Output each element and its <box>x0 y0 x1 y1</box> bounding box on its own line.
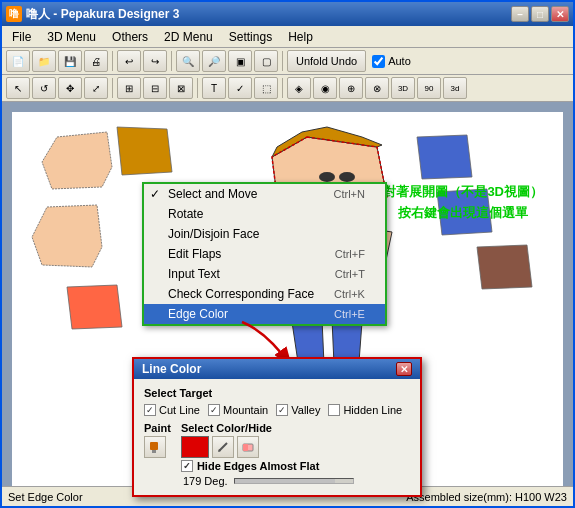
menu-2d[interactable]: 2D Menu <box>156 27 221 47</box>
mountain-check-group: Mountain <box>208 404 268 416</box>
menu-bar: File 3D Menu Others 2D Menu Settings Hel… <box>2 26 573 48</box>
toolbar-rotate[interactable]: ↺ <box>32 77 56 99</box>
toolbar-print[interactable]: 🖨 <box>84 50 108 72</box>
ctx-input-text[interactable]: Input Text Ctrl+T <box>144 264 385 284</box>
dialog-close-button[interactable]: ✕ <box>396 362 412 376</box>
ctx-edit-flaps[interactable]: Edit Flaps Ctrl+F <box>144 244 385 264</box>
select-color-hide-label: Select Color/Hide <box>181 422 410 434</box>
svg-marker-17 <box>477 245 532 289</box>
minimize-button[interactable]: – <box>511 6 529 22</box>
deg-label: 179 Deg. <box>183 475 228 487</box>
menu-3d[interactable]: 3D Menu <box>39 27 104 47</box>
select-target-label: Select Target <box>144 387 410 399</box>
toolbar-extra2[interactable]: ◉ <box>313 77 337 99</box>
toolbar-3d-view[interactable]: 3D <box>391 77 415 99</box>
toolbar-zoom-out[interactable]: 🔎 <box>202 50 226 72</box>
toolbar-extra4[interactable]: ⊗ <box>365 77 389 99</box>
ctx-edge-color-shortcut: Ctrl+E <box>334 308 365 320</box>
paint-icon-row <box>144 436 171 458</box>
cut-line-label: Cut Line <box>159 404 200 416</box>
line-color-dialog: Line Color ✕ Select Target Cut Line Moun… <box>132 357 422 497</box>
valley-checkbox[interactable] <box>276 404 288 416</box>
paint-section: Paint <box>144 422 171 458</box>
auto-label: Auto <box>388 55 411 67</box>
toolbar-sep3 <box>282 51 283 71</box>
flat-slider[interactable] <box>234 478 354 484</box>
toolbar-row2: ↖ ↺ ✥ ⤢ ⊞ ⊟ ⊠ T ✓ ⬚ ◈ ◉ ⊕ ⊗ 3D 90 3d <box>2 75 573 102</box>
ctx-select-move-shortcut: Ctrl+N <box>333 188 364 200</box>
toolbar-join[interactable]: ⊞ <box>117 77 141 99</box>
color-section: Select Color/Hide <box>181 422 410 487</box>
ctx-edit-flaps-label: Edit Flaps <box>168 247 221 261</box>
color-swatch[interactable] <box>181 436 209 458</box>
svg-point-3 <box>339 172 355 182</box>
color-tool-row <box>181 436 410 458</box>
ctx-edit-flaps-shortcut: Ctrl+F <box>335 248 365 260</box>
dialog-title-bar: Line Color ✕ <box>134 359 420 379</box>
auto-checkbox-group: Auto <box>372 55 411 68</box>
toolbar-undo[interactable]: ↩ <box>117 50 141 72</box>
toolbar-2d[interactable]: ▢ <box>254 50 278 72</box>
ctx-select-move[interactable]: Select and Move Ctrl+N <box>144 184 385 204</box>
toolbar-disjoin[interactable]: ⊟ <box>143 77 167 99</box>
title-buttons: – □ ✕ <box>511 6 569 22</box>
toolbar-extra1[interactable]: ◈ <box>287 77 311 99</box>
svg-marker-15 <box>417 135 472 179</box>
ctx-check-face[interactable]: Check Corresponding Face Ctrl+K <box>144 284 385 304</box>
toolbar-new[interactable]: 📄 <box>6 50 30 72</box>
window-title: 噜人 - Pepakura Designer 3 <box>26 6 179 23</box>
toolbar-row1: 📄 📁 💾 🖨 ↩ ↪ 🔍 🔎 ▣ ▢ Unfold Undo Auto <box>2 48 573 75</box>
toolbar-3d[interactable]: ▣ <box>228 50 252 72</box>
hidden-line-checkbox[interactable] <box>328 404 340 416</box>
annotation-line1: 對著展開圖（不是3D視圖） <box>383 182 543 203</box>
maximize-button[interactable]: □ <box>531 6 549 22</box>
ctx-join-disjoin[interactable]: Join/Disjoin Face <box>144 224 385 244</box>
ctx-edge-color[interactable]: Edge Color Ctrl+E <box>144 304 385 324</box>
unfold-undo-button[interactable]: Unfold Undo <box>287 50 366 72</box>
menu-settings[interactable]: Settings <box>221 27 280 47</box>
toolbar-scale[interactable]: ⤢ <box>84 77 108 99</box>
checkbox-row: Cut Line Mountain Valley Hidden Line <box>144 404 410 416</box>
hidden-line-label: Hidden Line <box>343 404 402 416</box>
toolbar-check[interactable]: ✓ <box>228 77 252 99</box>
mountain-checkbox[interactable] <box>208 404 220 416</box>
toolbar-open[interactable]: 📁 <box>32 50 56 72</box>
svg-rect-22 <box>152 450 156 453</box>
hide-edges-checkbox[interactable] <box>181 460 193 472</box>
toolbar-sep4 <box>112 78 113 98</box>
svg-rect-21 <box>150 442 158 450</box>
pencil-button[interactable] <box>212 436 234 458</box>
valley-label: Valley <box>291 404 320 416</box>
deg-row: 179 Deg. <box>181 475 410 487</box>
toolbar-text[interactable]: T <box>202 77 226 99</box>
close-button[interactable]: ✕ <box>551 6 569 22</box>
ctx-rotate-label: Rotate <box>168 207 203 221</box>
svg-marker-12 <box>42 132 112 189</box>
toolbar-90[interactable]: 90 <box>417 77 441 99</box>
toolbar-extra3[interactable]: ⊕ <box>339 77 363 99</box>
toolbar-save[interactable]: 💾 <box>58 50 82 72</box>
main-window: 噜 噜人 - Pepakura Designer 3 – □ ✕ File 3D… <box>0 0 575 508</box>
menu-file[interactable]: File <box>4 27 39 47</box>
eraser-button[interactable] <box>237 436 259 458</box>
eraser-icon <box>241 440 255 454</box>
toolbar-sep1 <box>112 51 113 71</box>
status-right: Assembled size(mm): H100 W23 <box>406 491 567 503</box>
svg-line-23 <box>219 443 227 451</box>
auto-checkbox[interactable] <box>372 55 385 68</box>
cut-line-checkbox[interactable] <box>144 404 156 416</box>
paint-brush-button[interactable] <box>144 436 166 458</box>
toolbar-redo[interactable]: ↪ <box>143 50 167 72</box>
toolbar-select[interactable]: ↖ <box>6 77 30 99</box>
ctx-rotate[interactable]: Rotate <box>144 204 385 224</box>
menu-help[interactable]: Help <box>280 27 321 47</box>
ctx-check-face-shortcut: Ctrl+K <box>334 288 365 300</box>
toolbar-flap[interactable]: ⊠ <box>169 77 193 99</box>
toolbar-sep6 <box>282 78 283 98</box>
toolbar-3d2[interactable]: 3d <box>443 77 467 99</box>
menu-others[interactable]: Others <box>104 27 156 47</box>
toolbar-edge[interactable]: ⬚ <box>254 77 278 99</box>
toolbar-zoom-in[interactable]: 🔍 <box>176 50 200 72</box>
hide-edges-check-row: Hide Edges Almost Flat <box>181 460 410 472</box>
toolbar-move[interactable]: ✥ <box>58 77 82 99</box>
